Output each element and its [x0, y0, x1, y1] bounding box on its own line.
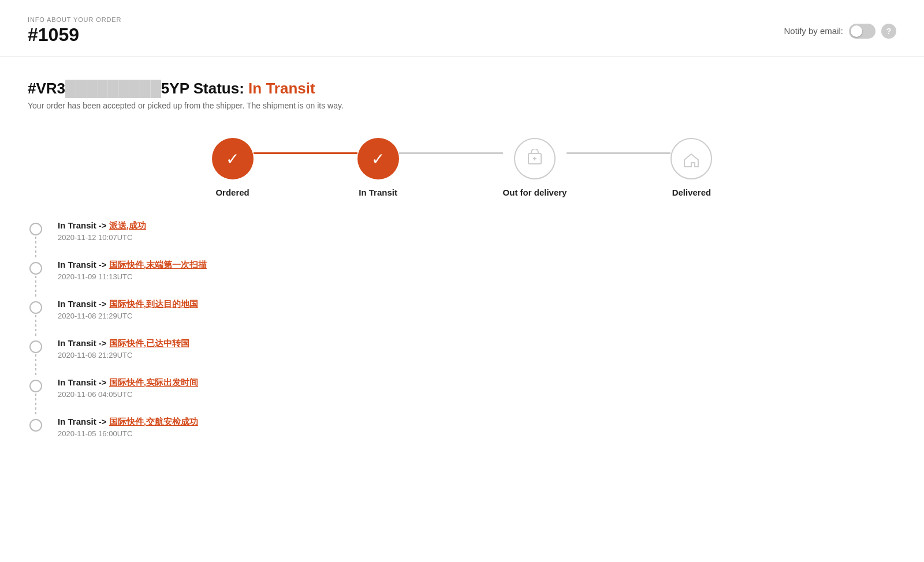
- step-ordered-circle: ✓: [212, 138, 254, 179]
- timeline-left: [28, 338, 44, 377]
- event-description[interactable]: 国际快件,已达中转国: [109, 338, 189, 348]
- timeline-time: 2020-11-08 21:29UTC: [58, 312, 198, 320]
- timeline-left: [28, 377, 44, 417]
- step-ordered-label: Ordered: [215, 188, 249, 197]
- event-status: In Transit ->: [58, 260, 109, 269]
- event-status: In Transit ->: [58, 299, 109, 309]
- timeline-item: In Transit -> 国际快件,交航安检成功 2020-11-05 16:…: [28, 417, 896, 455]
- timeline-item: In Transit -> 国际快件,末端第一次扫描 2020-11-09 11…: [28, 260, 896, 299]
- help-icon[interactable]: ?: [881, 24, 896, 39]
- timeline-time: 2020-11-06 04:05UTC: [58, 390, 198, 399]
- timeline-item: In Transit -> 国际快件,到达目的地国 2020-11-08 21:…: [28, 299, 896, 338]
- timeline-item: In Transit -> 国际快件,已达中转国 2020-11-08 21:2…: [28, 338, 896, 377]
- timeline-line: [35, 315, 36, 338]
- timeline-content: In Transit -> 国际快件,末端第一次扫描 2020-11-09 11…: [58, 260, 207, 298]
- order-id: #1059: [28, 24, 121, 46]
- event-status: In Transit ->: [58, 220, 109, 230]
- event-description[interactable]: 国际快件,到达目的地国: [109, 299, 198, 309]
- timeline-content: In Transit -> 派送,成功 2020-11-12 10:07UTC: [58, 220, 146, 259]
- timeline-event: In Transit -> 国际快件,到达目的地国: [58, 299, 198, 310]
- timeline-item: In Transit -> 派送,成功 2020-11-12 10:07UTC: [28, 220, 896, 260]
- step-out-for-delivery-circle: [514, 138, 556, 179]
- timeline-content: In Transit -> 国际快件,到达目的地国 2020-11-08 21:…: [58, 299, 198, 338]
- timeline-dot: [29, 380, 42, 392]
- step-delivered-circle: [670, 138, 712, 179]
- timeline-left: [28, 417, 44, 432]
- timeline-event: In Transit -> 国际快件,已达中转国: [58, 338, 189, 349]
- timeline-content: In Transit -> 国际快件,实际出发时间 2020-11-06 04:…: [58, 377, 198, 416]
- event-status: In Transit ->: [58, 377, 109, 387]
- step-delivered-label: Delivered: [672, 188, 711, 197]
- step-in-transit: ✓ In Transit: [357, 138, 399, 197]
- event-description[interactable]: 国际快件,交航安检成功: [109, 417, 198, 426]
- email-notify-toggle[interactable]: [849, 24, 875, 39]
- timeline: In Transit -> 派送,成功 2020-11-12 10:07UTC …: [28, 220, 896, 455]
- tracking-id-masked: █████████: [65, 80, 161, 97]
- timeline-line: [35, 276, 36, 299]
- timeline-time: 2020-11-12 10:07UTC: [58, 233, 146, 242]
- tracking-title: #VR3█████████5YP Status: In Transit: [28, 80, 896, 98]
- tracking-id-prefix: #VR3: [28, 80, 65, 97]
- notify-label: Notify by email:: [784, 26, 843, 36]
- timeline-left: [28, 220, 44, 260]
- timeline-dot: [29, 419, 42, 432]
- step-ordered: ✓ Ordered: [212, 138, 254, 197]
- connector-1: [254, 152, 357, 154]
- tracking-id-suffix: 5YP Status:: [161, 80, 248, 97]
- timeline-event: In Transit -> 国际快件,末端第一次扫描: [58, 260, 207, 271]
- timeline-dot: [29, 262, 42, 275]
- progress-section: ✓ Ordered ✓ In Transit Out fo: [28, 115, 896, 215]
- timeline-item: In Transit -> 国际快件,实际出发时间 2020-11-06 04:…: [28, 377, 896, 417]
- step-in-transit-circle: ✓: [357, 138, 399, 179]
- timeline-left: [28, 299, 44, 338]
- timeline-dot: [29, 223, 42, 235]
- timeline-dot: [29, 340, 42, 353]
- event-status: In Transit ->: [58, 338, 109, 348]
- top-bar: INFO ABOUT YOUR ORDER #1059 Notify by em…: [0, 0, 924, 57]
- timeline-line: [35, 354, 36, 377]
- timeline-time: 2020-11-08 21:29UTC: [58, 351, 189, 359]
- timeline-dot: [29, 301, 42, 314]
- timeline-event: In Transit -> 国际快件,实际出发时间: [58, 377, 198, 388]
- event-description[interactable]: 派送,成功: [109, 220, 146, 230]
- step-in-transit-label: In Transit: [359, 188, 397, 197]
- tracking-status: In Transit: [248, 80, 315, 97]
- timeline-event: In Transit -> 派送,成功: [58, 220, 146, 231]
- info-label: INFO ABOUT YOUR ORDER: [28, 16, 121, 23]
- step-delivered: Delivered: [670, 138, 712, 197]
- step-out-for-delivery-label: Out for delivery: [503, 188, 567, 197]
- event-description[interactable]: 国际快件,实际出发时间: [109, 377, 198, 387]
- steps-wrapper: ✓ Ordered ✓ In Transit Out fo: [212, 138, 713, 197]
- connector-3: [567, 152, 670, 154]
- tracking-subtitle: Your order has been accepted or picked u…: [28, 101, 896, 110]
- step-out-for-delivery: Out for delivery: [503, 138, 567, 197]
- notify-section: Notify by email: ?: [784, 24, 896, 39]
- timeline-content: In Transit -> 国际快件,交航安检成功 2020-11-05 16:…: [58, 417, 198, 455]
- timeline-event: In Transit -> 国际快件,交航安检成功: [58, 417, 198, 428]
- timeline-line: [35, 394, 36, 417]
- main-content: #VR3█████████5YP Status: In Transit Your…: [0, 57, 924, 478]
- timeline-time: 2020-11-05 16:00UTC: [58, 429, 198, 438]
- connector-2: [399, 152, 503, 154]
- timeline-line: [35, 237, 36, 260]
- tracking-header: #VR3█████████5YP Status: In Transit Your…: [28, 80, 896, 110]
- event-status: In Transit ->: [58, 417, 109, 426]
- event-description[interactable]: 国际快件,末端第一次扫描: [109, 260, 207, 269]
- timeline-content: In Transit -> 国际快件,已达中转国 2020-11-08 21:2…: [58, 338, 189, 377]
- timeline-time: 2020-11-09 11:13UTC: [58, 272, 207, 281]
- timeline-left: [28, 260, 44, 299]
- order-info: INFO ABOUT YOUR ORDER #1059: [28, 16, 121, 46]
